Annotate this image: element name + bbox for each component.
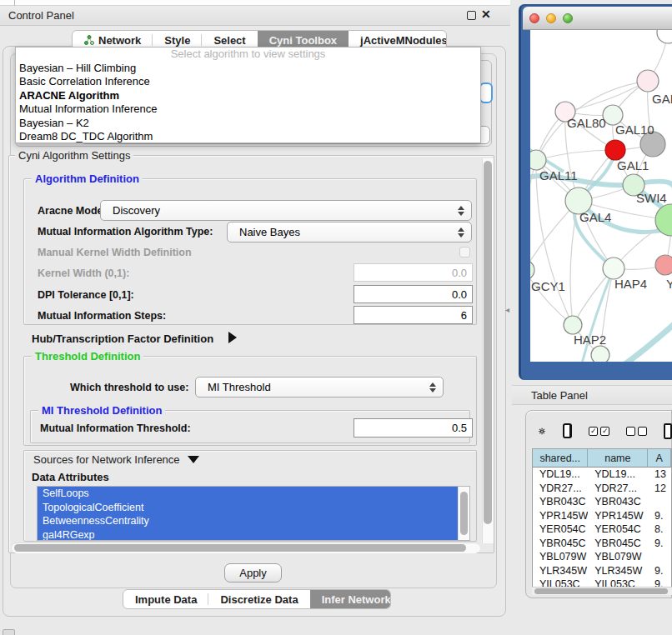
mi-steps-field[interactable]: 6 [354, 306, 473, 324]
edge[interactable] [536, 150, 615, 160]
edge[interactable] [536, 160, 573, 325]
combo-arrows-icon [458, 201, 464, 220]
node-hap2[interactable] [564, 316, 582, 334]
table-cell: 9. [648, 510, 671, 522]
node-label: GAL [652, 92, 672, 106]
dropdown-item[interactable]: ARACNE Algorithm [16, 89, 480, 103]
sources-collapse-icon[interactable] [188, 454, 199, 465]
column-header[interactable]: A [648, 449, 671, 468]
table-row[interactable]: YPR145WYPR145W9. [533, 509, 671, 523]
attribute-item[interactable]: BetweennessCentrality [38, 514, 458, 528]
zoom-window-icon[interactable] [563, 13, 573, 23]
table-row[interactable]: YER054CYER054C8. [533, 522, 671, 537]
mi-threshold-field[interactable]: 0.5 [354, 418, 473, 438]
aracne-mode-value: Discovery [113, 204, 160, 217]
attr-list-scroll-thumb[interactable] [460, 492, 468, 535]
attr-list-scrollbar[interactable] [458, 487, 469, 540]
dropdown-item[interactable]: Basic Correlation Inference [16, 75, 480, 89]
node-label: HAP4 [614, 277, 647, 291]
attribute-item[interactable]: TopologicalCoefficient [38, 501, 458, 515]
table-row[interactable]: YLR345WYLR345W9. [533, 564, 671, 578]
node-label: GAL80 [567, 116, 606, 130]
mi-type-combo[interactable]: Naive Bayes [227, 222, 472, 242]
table-panel-header: Table Panel [512, 385, 672, 405]
tab-discretize-data[interactable]: Discretize Data [208, 590, 309, 608]
node-gal1[interactable] [605, 140, 625, 160]
table-row[interactable]: YBR043CYBR043C [533, 495, 671, 509]
node-btm[interactable] [591, 346, 609, 362]
dpi-tolerance-field[interactable]: 0.0 [354, 285, 473, 303]
edge[interactable] [530, 270, 573, 325]
kernel-width-field[interactable]: 0.0 [354, 263, 473, 282]
dropdown-item[interactable]: Mutual Information Inference [16, 102, 480, 117]
data-attributes-list[interactable]: SelfLoopsTopologicalCoefficientBetweenne… [37, 486, 470, 541]
table-cell: YBR045C [533, 538, 588, 549]
toolbar-divider [14, 0, 15, 6]
tab-label: jActiveMNodules [360, 34, 447, 47]
node-label: GCY1 [531, 279, 565, 293]
dropdown-item[interactable]: Bayesian – K2 [16, 117, 480, 131]
dropdown-item[interactable]: Dream8 DC_TDC Algorithm [16, 130, 480, 144]
node-gcy1[interactable] [530, 260, 534, 280]
close-window-icon[interactable] [529, 13, 539, 23]
attribute-item[interactable]: SelfLoops [38, 487, 458, 501]
hub-expand-icon[interactable] [228, 332, 237, 347]
table-row[interactable]: YBR045CYBR045C9. [533, 537, 671, 551]
minimize-window-icon[interactable] [546, 13, 556, 23]
node-gal[interactable] [637, 70, 659, 92]
tab-label: Infer Network [322, 593, 391, 606]
table-horizontal-scroll-thumb[interactable] [534, 588, 668, 594]
network-graph[interactable]: GALGAL80GAL10GAL1GAL11SWI4GAL4HAP4YGCY1H… [530, 30, 672, 362]
table-cell: 9. [648, 578, 671, 587]
settings-horizontal-scroll-thumb[interactable] [14, 544, 466, 552]
select-all-icon[interactable]: ✓✓ [589, 427, 609, 436]
hub-definition-label: Hub/Transcription Factor Definition [32, 332, 213, 345]
manual-kernel-checkbox[interactable] [459, 247, 470, 258]
split-panes-icon[interactable] [563, 423, 572, 438]
network-window-titlebar[interactable] [523, 7, 672, 30]
tab-infer-network[interactable]: Infer Network [310, 590, 391, 608]
gear-icon[interactable] [539, 424, 545, 438]
node-label: GAL4 [579, 210, 611, 224]
tab-impute-data[interactable]: Impute Data [123, 590, 208, 608]
aracne-mode-combo[interactable]: Discovery [100, 200, 472, 221]
thick-edge[interactable] [624, 322, 672, 362]
node-table[interactable]: shared...nameAYDL19...YDL19...13YDR27...… [532, 448, 672, 587]
node-label: HAP2 [574, 332, 606, 347]
which-threshold-combo[interactable]: MI Threshold [195, 377, 444, 398]
table-cell: 9. [648, 565, 671, 577]
tab-label: Network [98, 34, 141, 47]
table-cell: YLR345W [588, 565, 648, 577]
table-cell: YPR145W [533, 510, 588, 522]
which-threshold-label: Which threshold to use: [70, 382, 188, 393]
column-header[interactable]: name [588, 449, 648, 468]
table-row[interactable]: YDR27...YDR27...12 [533, 482, 671, 496]
node-y[interactable] [655, 255, 672, 275]
float-panel-icon[interactable] [467, 11, 476, 20]
node-ntop[interactable] [657, 30, 672, 43]
table-cell: YIL053C [588, 578, 648, 587]
table-row[interactable]: YDL19...YDL19...13 [533, 468, 671, 482]
dpi-tolerance-label: DPI Tolerance [0,1]: [38, 289, 134, 301]
node-label: SWI4 [636, 191, 667, 205]
network-canvas[interactable]: GALGAL80GAL10GAL1GAL11SWI4GAL4HAP4YGCY1H… [530, 30, 672, 362]
table-file-icon[interactable] [664, 423, 672, 439]
node-gal11[interactable] [530, 150, 546, 170]
panel-divider-collapse-icon[interactable]: ◂ [505, 305, 509, 314]
dropdown-item[interactable]: Bayesian – Hill Climbing [16, 62, 480, 76]
table-row[interactable]: YIL053CYIL053C9. [533, 578, 671, 587]
table-row[interactable]: YBL079WYBL079W [533, 550, 671, 564]
attribute-item[interactable]: gal4RGexp [38, 528, 458, 542]
kernel-width-label: Kernel Width (0,1): [38, 268, 129, 279]
settings-vertical-scroll-thumb[interactable] [484, 161, 492, 524]
column-header[interactable]: shared... [533, 449, 588, 468]
bottom-left-chip-icon[interactable] [3, 629, 15, 635]
tab-label: Impute Data [135, 593, 197, 606]
apply-button-label: Apply [239, 567, 267, 579]
close-panel-icon[interactable]: ✕ [481, 8, 491, 21]
table-cell: YBL079W [588, 551, 648, 562]
deselect-all-icon[interactable] [626, 427, 647, 436]
apply-button[interactable]: Apply [224, 563, 282, 582]
algorithm-combo-focus-fragment[interactable] [479, 82, 493, 103]
table-cell: YLR345W [533, 565, 588, 577]
